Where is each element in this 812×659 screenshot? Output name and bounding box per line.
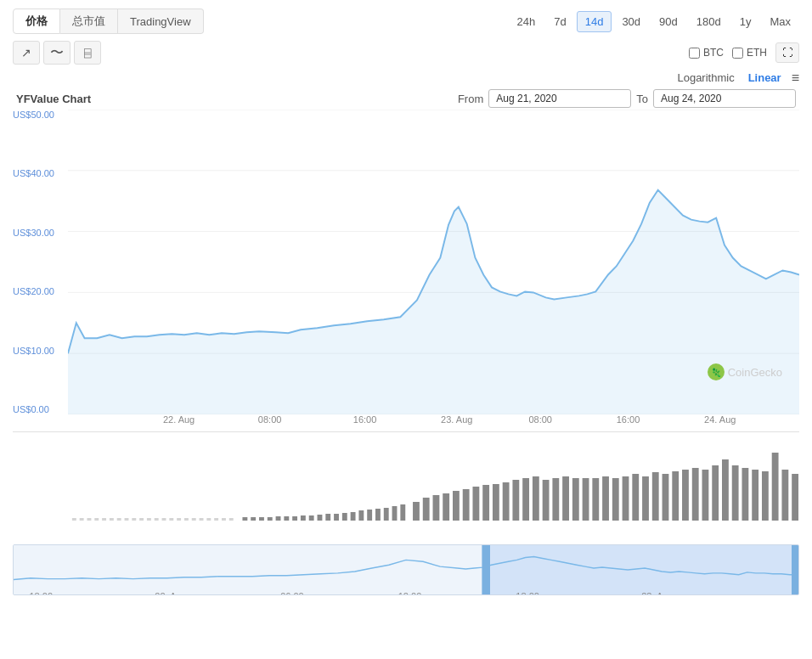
area-chart-btn[interactable]: 〜 [43,41,70,65]
vol-bar [652,472,659,521]
candlestick-icon: ⌸ [84,46,91,59]
price-label-10: US$10.00 [13,346,69,356]
vol-bar [552,478,559,521]
time-14d[interactable]: 14d [577,11,612,32]
vol-bar [722,459,729,521]
vol-bar [392,506,398,521]
vol-bar [522,478,529,521]
vol-bar [117,518,121,521]
expand-button[interactable]: ⛶ [775,42,799,63]
vol-bar [309,515,314,521]
vol-bar [423,498,430,521]
vol-bar [712,465,719,521]
main-chart-area: US$50.00 US$40.00 US$30.00 US$20.00 US$1… [13,110,799,432]
tab-tradingview[interactable]: TradingView [118,8,204,34]
x-label-1600-1: 16:00 [353,414,377,425]
time-90d[interactable]: 90d [651,11,686,32]
vol-bar [400,504,405,521]
vol-bar [334,514,339,521]
eth-overlay-toggle[interactable]: ETH [732,47,767,59]
vol-bar [642,476,649,521]
vol-bar [206,518,211,521]
price-chart-svg-area: 🦎 CoinGecko [68,110,799,414]
to-date-input[interactable] [653,89,796,108]
navigator-right-handle[interactable] [792,545,798,594]
vol-bar [276,516,281,521]
time-24h[interactable]: 24h [509,11,544,32]
vol-bar [367,510,372,521]
vol-bar [342,513,347,521]
price-label-20: US$20.00 [13,286,69,296]
menu-icon[interactable]: ≡ [792,70,799,86]
nav-label-1800-2: 18:00 [516,591,539,595]
time-button-group: 24h 7d 14d 30d 90d 180d 1y Max [509,11,800,32]
svg-rect-7 [482,545,798,594]
nav-label-22aug: 22. Aug [155,591,186,595]
vol-bar [80,518,84,521]
vol-bar [87,518,92,521]
area-chart-icon: 〜 [50,44,64,62]
vol-bar [72,518,76,521]
vol-bar [493,484,499,521]
scale-row: Logarithmic Linear ≡ [13,70,799,86]
vol-bar [692,468,699,521]
x-label-22aug: 22. Aug [163,414,195,425]
volume-svg-area [68,436,799,521]
vol-bar [375,509,381,521]
vol-bar [533,476,539,521]
time-180d[interactable]: 180d [688,11,730,32]
vol-bar [663,474,669,521]
vol-bar [752,470,758,521]
coingecko-label: CoinGecko [728,366,782,379]
vol-bar [682,470,689,521]
vol-bar [413,502,420,521]
vol-bar [132,518,136,521]
time-30d[interactable]: 30d [613,11,649,32]
from-date-input[interactable] [488,89,631,108]
navigator-left-handle[interactable] [483,545,490,594]
vol-bar [503,482,510,521]
vol-bar [702,470,709,521]
time-max[interactable]: Max [761,11,799,32]
volume-chart-area [13,436,799,538]
x-label-0800-1: 08:00 [258,414,282,425]
tab-market-cap[interactable]: 总市值 [60,8,118,34]
date-range-controls: From To [458,89,796,108]
vol-bar [301,515,306,521]
time-7d[interactable]: 7d [545,11,574,32]
tab-price[interactable]: 价格 [13,8,60,34]
btc-checkbox[interactable] [689,48,700,59]
navigator-svg [14,545,798,594]
vol-bar [214,518,218,521]
vol-bar [572,478,579,521]
vol-bar [139,518,144,521]
time-1y[interactable]: 1y [731,11,760,32]
vol-bar [453,491,460,521]
price-chart-svg [68,110,799,414]
candlestick-btn[interactable]: ⌸ [74,41,101,65]
vol-bar [169,518,173,521]
expand-icon: ⛶ [782,47,792,59]
vol-bar [781,470,788,521]
eth-checkbox[interactable] [732,48,743,59]
price-label-30: US$30.00 [13,228,69,238]
to-label: To [636,93,648,105]
vol-bar [318,515,323,521]
vol-bar [762,471,769,521]
vol-bar [229,518,234,521]
logarithmic-btn[interactable]: Logarithmic [674,70,737,86]
linear-btn[interactable]: Linear [745,70,785,86]
vol-bar [268,517,273,521]
vol-bar [155,518,159,521]
vol-bar [358,510,364,521]
btc-overlay-toggle[interactable]: BTC [689,47,724,59]
vol-bar [251,517,256,521]
price-area-fill [68,190,799,414]
vol-bar [433,495,440,521]
chart-title: YFValue Chart [16,93,91,105]
vol-bar [125,518,129,521]
vol-bar [184,518,189,521]
nav-label-1800: 18:00 [29,591,53,595]
line-chart-btn[interactable]: ↗ [13,41,40,65]
vol-bar [592,478,599,521]
